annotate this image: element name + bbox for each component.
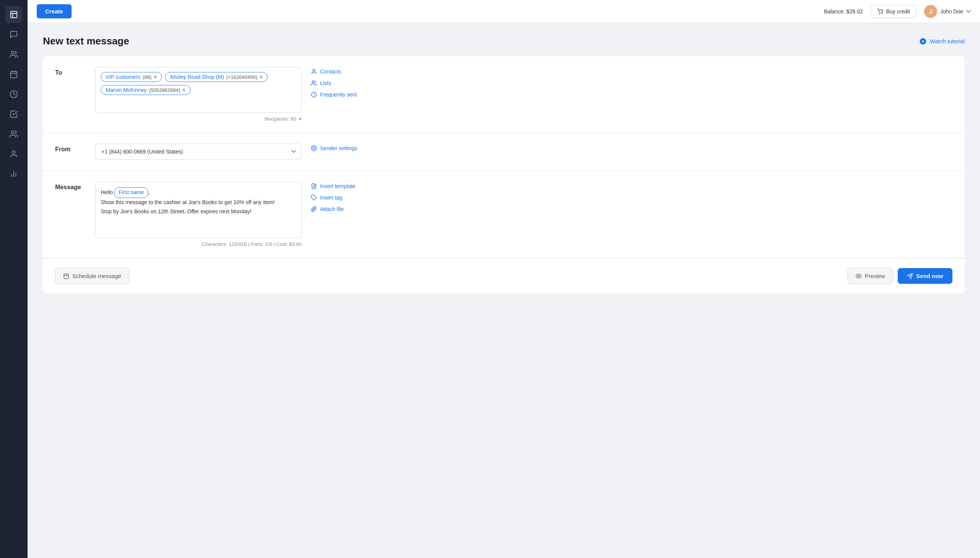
recipient-count: (5052862684) <box>149 87 180 93</box>
topnav: Create Balance: $28.02 Buy credit J John… <box>28 0 980 23</box>
svg-point-19 <box>313 148 315 149</box>
svg-point-12 <box>879 13 879 14</box>
recipients-dropdown-icon[interactable]: ▾ <box>299 116 302 122</box>
compose-icon[interactable] <box>5 6 22 23</box>
from-section: From +1 (844) 600-0669 (United States) S… <box>43 133 965 171</box>
history-icon[interactable] <box>5 86 22 103</box>
send-now-button[interactable]: Send now <box>898 268 952 284</box>
recipient-tag-marvin[interactable]: Marvin McKinney (5052862684) × <box>101 85 191 95</box>
message-suffix: , <box>148 189 150 195</box>
frequently-sent-link[interactable]: Frequently sent <box>311 92 388 98</box>
svg-point-8 <box>12 151 15 154</box>
preview-label: Preview <box>865 273 885 279</box>
analytics-icon[interactable] <box>5 166 22 182</box>
create-button[interactable]: Create <box>37 4 72 18</box>
to-label: To <box>55 67 86 122</box>
balance-text: Balance: $28.02 <box>824 8 863 15</box>
sender-settings-link[interactable]: Sender settings <box>311 145 388 151</box>
message-section: Message Hello First name, Show this mess… <box>43 171 965 258</box>
insert-tag-label: Insert tag <box>320 195 342 201</box>
eye-icon <box>856 273 862 279</box>
from-sidebar: Sender settings <box>311 144 388 160</box>
contacts-icon[interactable] <box>5 46 22 63</box>
from-label: From <box>55 144 86 160</box>
insert-template-link[interactable]: Insert template <box>311 183 388 189</box>
remove-vip-button[interactable]: × <box>154 74 157 80</box>
recipient-count: (+162640400) <box>226 74 257 80</box>
lists-link[interactable]: Lists <box>311 80 388 86</box>
page-header: New text message Watch tutorial <box>43 35 965 47</box>
recipient-name: Ahsley Road Shop (M) <box>170 74 224 80</box>
message-main: Hello First name, Show this message to t… <box>95 182 302 247</box>
calendar-icon <box>63 273 69 279</box>
recipients-count: Recipients: 90 ▾ <box>95 116 302 122</box>
people-icon <box>311 80 317 86</box>
topnav-right: Balance: $28.02 Buy credit J John Doe <box>824 5 971 18</box>
clock-icon <box>311 92 317 98</box>
message-prefix: Hello <box>101 189 115 195</box>
message-sidebar: Insert template Insert tag Attach file <box>311 182 388 247</box>
svg-point-27 <box>858 276 859 277</box>
from-select-wrapper: +1 (844) 600-0669 (United States) <box>95 144 302 160</box>
tasks-icon[interactable] <box>5 106 22 123</box>
attach-file-link[interactable]: Attach file <box>311 206 388 212</box>
user-name: John Doe <box>940 8 963 15</box>
attach-file-label: Attach file <box>320 206 344 212</box>
preview-button[interactable]: Preview <box>847 268 893 284</box>
message-meta: Characters: 115/918 | Parts: 1/6 | Cost:… <box>95 241 302 247</box>
remove-marvin-button[interactable]: × <box>182 87 185 93</box>
main-area: Create Balance: $28.02 Buy credit J John… <box>28 0 980 558</box>
from-select[interactable]: +1 (844) 600-0669 (United States) <box>95 144 302 160</box>
svg-point-1 <box>11 51 14 54</box>
sidebar <box>0 0 28 558</box>
lists-label: Lists <box>320 80 331 86</box>
svg-point-17 <box>312 81 314 83</box>
send-icon <box>907 273 913 279</box>
message-line2: Show this message to the cashier at Joe'… <box>101 199 275 205</box>
insert-tag-link[interactable]: Insert tag <box>311 195 388 201</box>
messages-icon[interactable] <box>5 26 22 43</box>
buy-credit-button[interactable]: Buy credit <box>870 5 916 18</box>
svg-rect-23 <box>64 274 69 279</box>
person-icon <box>311 69 317 75</box>
recipient-count: (88) <box>143 74 152 80</box>
content: New text message Watch tutorial To VIP c… <box>28 23 980 558</box>
message-label: Message <box>55 182 86 247</box>
insert-template-label: Insert template <box>320 183 356 189</box>
cart-icon <box>877 8 883 15</box>
svg-rect-2 <box>11 72 17 78</box>
message-content[interactable]: Hello First name, Show this message to t… <box>95 182 302 238</box>
recipient-name: Marvin McKinney <box>106 87 147 93</box>
user-menu[interactable]: J John Doe <box>924 5 971 18</box>
svg-point-7 <box>11 131 14 134</box>
play-icon <box>919 38 927 45</box>
schedule-message-button[interactable]: Schedule message <box>55 268 129 284</box>
svg-point-16 <box>313 69 315 71</box>
action-bar: Schedule message Preview Send now <box>43 258 965 293</box>
team-icon[interactable] <box>5 126 22 143</box>
account-icon[interactable] <box>5 146 22 162</box>
send-now-label: Send now <box>916 273 943 279</box>
remove-ahsley-button[interactable]: × <box>260 74 263 80</box>
action-right: Preview Send now <box>847 268 952 284</box>
contacts-link[interactable]: Contacts <box>311 69 388 75</box>
form-card: To VIP customers (88) × Ahsley Road Shop… <box>43 56 965 293</box>
from-main: +1 (844) 600-0669 (United States) <box>95 144 302 160</box>
avatar: J <box>924 5 937 18</box>
page-title: New text message <box>43 35 129 47</box>
topnav-left: Create <box>37 4 72 18</box>
recipient-name: VIP customers <box>106 74 141 80</box>
to-field[interactable]: VIP customers (88) × Ahsley Road Shop (M… <box>95 67 302 113</box>
recipient-tag-vip[interactable]: VIP customers (88) × <box>101 72 162 82</box>
gear-icon <box>311 145 317 151</box>
buy-credit-label: Buy credit <box>886 8 910 15</box>
to-main: VIP customers (88) × Ahsley Road Shop (M… <box>95 67 302 122</box>
recipient-tag-ahsley[interactable]: Ahsley Road Shop (M) (+162640400) × <box>165 72 268 82</box>
doc-icon <box>311 183 317 189</box>
contacts-label: Contacts <box>320 69 341 75</box>
calendar-icon[interactable] <box>5 66 22 83</box>
first-name-tag[interactable]: First name <box>115 187 148 198</box>
tag-icon <box>311 195 317 201</box>
to-sidebar: Contacts Lists Frequently sent <box>311 67 388 122</box>
watch-tutorial-link[interactable]: Watch tutorial <box>919 38 965 45</box>
